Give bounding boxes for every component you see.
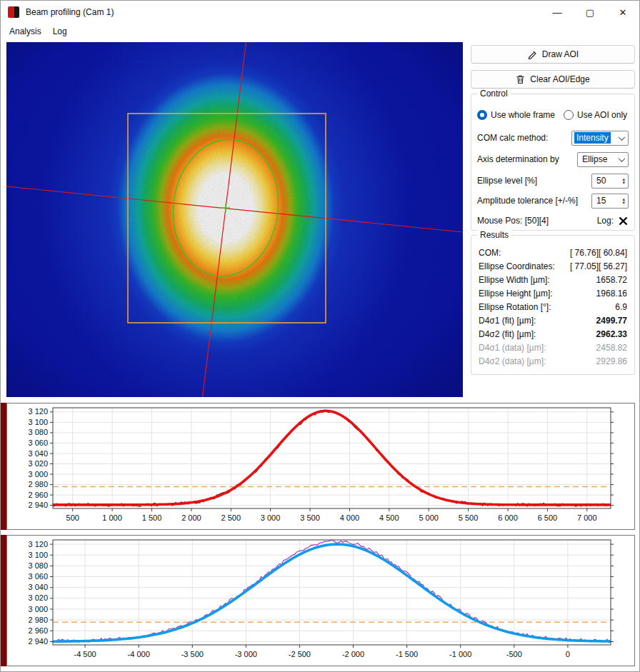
mouse-pos-row: Mouse Pos: [50][4] Log: — [477, 213, 629, 229]
svg-text:4 000: 4 000 — [340, 513, 360, 522]
svg-text:3 040: 3 040 — [28, 449, 48, 458]
svg-text:7 000: 7 000 — [577, 513, 597, 522]
svg-text:2 980: 2 980 — [28, 480, 48, 488]
svg-text:2 960: 2 960 — [28, 491, 48, 499]
svg-text:3 020: 3 020 — [28, 459, 48, 468]
ellipse-level-row: Ellipse level [%] 50 ▴▾ — [477, 173, 629, 189]
com-calc-value: Intensity — [574, 132, 611, 144]
svg-text:-4 500: -4 500 — [74, 650, 96, 658]
maximize-button[interactable]: ▢ — [574, 1, 606, 24]
svg-text:-2 500: -2 500 — [289, 650, 311, 658]
axis-determination-combobox[interactable]: Ellipse — [577, 152, 629, 167]
draw-aoi-label: Draw AOI — [542, 49, 579, 59]
result-row-ellipse-coordinates: Ellipse Coordinates:[ 77.05][ 56.27] — [479, 259, 627, 273]
svg-text:5 000: 5 000 — [419, 513, 439, 522]
app-icon — [8, 6, 19, 18]
svg-text:3 500: 3 500 — [300, 513, 320, 522]
amplitude-tolerance-row: Amplitude tolerance [+/-%] 15 ▴▾ — [477, 193, 629, 209]
svg-text:2 940: 2 940 — [28, 501, 48, 509]
svg-text:500: 500 — [66, 513, 79, 522]
log-label: Log: — [597, 216, 614, 226]
svg-text:3 120: 3 120 — [28, 540, 48, 548]
axis-determination-row: Axis determination by Ellipse — [477, 151, 629, 167]
result-row-ellipse-height: Ellipse Height [µm]:1968.16 — [479, 286, 627, 300]
clear-aoi-button[interactable]: Clear AOI/Edge — [471, 70, 635, 89]
svg-text:1 500: 1 500 — [142, 513, 162, 522]
draw-aoi-button[interactable]: Draw AOI — [471, 45, 635, 64]
svg-text:-3 500: -3 500 — [181, 650, 204, 658]
svg-text:3 000: 3 000 — [28, 470, 48, 478]
close-button[interactable]: ✕ — [606, 1, 639, 24]
results-group: Results COM:[ 76.76][ 60.84] Ellipse Coo… — [471, 235, 635, 375]
use-aoi-only-radio[interactable] — [564, 110, 574, 120]
use-aoi-only-label: Use AOI only — [577, 110, 627, 120]
svg-text:3 000: 3 000 — [261, 513, 281, 522]
svg-text:3 060: 3 060 — [28, 572, 48, 581]
use-whole-frame-label: Use whole frame — [491, 110, 555, 120]
svg-text:1 000: 1 000 — [102, 513, 122, 522]
axis-determination-value: Ellipse — [580, 154, 609, 165]
trash-icon — [516, 74, 525, 84]
horizontal-profile-chart: 5001 0001 5002 0002 5003 0003 5004 0004 … — [6, 403, 635, 530]
svg-text:3 060: 3 060 — [28, 438, 48, 447]
result-row-d4s1-fit: D4σ1 (fit) [µm]:2499.77 — [479, 314, 627, 327]
svg-text:3 040: 3 040 — [28, 583, 48, 591]
clear-aoi-label: Clear AOI/Edge — [530, 74, 589, 84]
result-row-d4s2-data: D4σ2 (data) [µm]:2929.86 — [479, 354, 627, 368]
amplitude-tolerance-label: Amplitude tolerance [+/-%] — [477, 196, 578, 206]
svg-text:-3 000: -3 000 — [235, 650, 257, 658]
svg-text:4 500: 4 500 — [379, 513, 399, 522]
vertical-profile-chart: -4 500-4 000-3 500-3 000-2 500-2 000-1 5… — [6, 535, 635, 666]
svg-text:0: 0 — [566, 650, 570, 658]
results-rows: COM:[ 76.76][ 60.84] Ellipse Coordinates… — [479, 246, 627, 368]
svg-text:3 000: 3 000 — [28, 605, 48, 613]
svg-text:3 100: 3 100 — [28, 418, 48, 426]
beam-overlay — [6, 42, 463, 397]
noise-texture — [6, 42, 463, 397]
result-row-d4s1-data: D4σ1 (data) [µm]:2458.82 — [479, 341, 627, 354]
chart-left-frame — [1, 403, 6, 530]
result-row-ellipse-rotation: Ellipse Rotation [°]:6.9 — [479, 300, 627, 314]
svg-text:2 980: 2 980 — [28, 616, 48, 624]
com-calc-row: COM calc method: Intensity — [477, 130, 629, 146]
result-row-d4s2-fit: D4σ2 (fit) [µm]:2962.33 — [479, 327, 627, 341]
x-mark-icon[interactable] — [618, 216, 629, 226]
svg-text:2 500: 2 500 — [221, 513, 241, 522]
control-group-title: Control — [477, 89, 511, 99]
svg-text:6 000: 6 000 — [498, 513, 518, 522]
svg-text:3 080: 3 080 — [28, 561, 48, 570]
right-panel: Draw AOI Clear AOI/Edge Control Use whol… — [471, 42, 635, 95]
control-group: Control Use whole frame Use AOI only COM… — [471, 94, 635, 231]
ellipse-level-spinner[interactable]: 50 ▴▾ — [591, 174, 629, 189]
use-whole-frame-radio[interactable] — [477, 110, 487, 120]
beam-image[interactable] — [6, 42, 463, 397]
ellipse-level-value: 50 — [594, 175, 608, 186]
svg-text:3 120: 3 120 — [28, 407, 48, 416]
menu-bar: Analysis Log — [1, 24, 639, 39]
svg-text:3 020: 3 020 — [28, 593, 48, 602]
title-bar: Beam profiling (Cam 1) — ▢ ✕ — [1, 1, 639, 24]
svg-text:5 500: 5 500 — [459, 513, 479, 522]
menu-log[interactable]: Log — [47, 25, 73, 38]
horizontal-profile-plot: 5001 0001 5002 0002 5003 0003 5004 0004 … — [7, 403, 634, 529]
minimize-button[interactable]: — — [541, 1, 574, 24]
result-row-ellipse-width: Ellipse Width [µm]:1658.72 — [479, 273, 627, 286]
result-row-com: COM:[ 76.76][ 60.84] — [479, 246, 627, 259]
spinner-arrows-icon[interactable]: ▴▾ — [622, 177, 626, 184]
svg-text:6 500: 6 500 — [538, 513, 558, 522]
chevron-down-icon — [619, 134, 626, 141]
svg-text:2 960: 2 960 — [28, 626, 48, 635]
window-controls: — ▢ ✕ — [541, 1, 639, 24]
svg-text:3 100: 3 100 — [28, 551, 48, 559]
svg-text:-4 000: -4 000 — [128, 650, 150, 658]
svg-text:2 940: 2 940 — [28, 637, 48, 646]
spinner-arrows-icon[interactable]: ▴▾ — [622, 197, 626, 204]
ellipse-level-label: Ellipse level [%] — [477, 176, 537, 186]
svg-text:-1 500: -1 500 — [396, 650, 418, 658]
frame-mode-row: Use whole frame Use AOI only — [477, 107, 629, 123]
menu-analysis[interactable]: Analysis — [4, 25, 47, 38]
com-calc-combobox[interactable]: Intensity — [571, 131, 629, 146]
amplitude-tolerance-value: 15 — [594, 195, 608, 206]
amplitude-tolerance-spinner[interactable]: 15 ▴▾ — [591, 194, 629, 209]
svg-text:-2 000: -2 000 — [342, 650, 364, 658]
